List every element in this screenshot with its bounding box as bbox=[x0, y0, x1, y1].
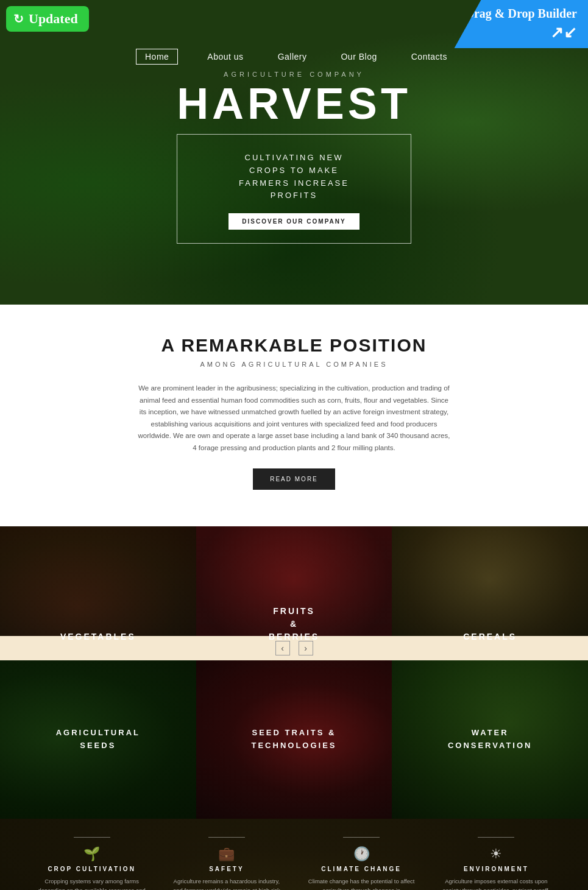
crop-icon: 🌱 bbox=[83, 847, 100, 861]
feat-line-2 bbox=[208, 837, 245, 838]
panel-seeds[interactable]: AGRICULTURALSEEDS bbox=[0, 660, 196, 819]
cereal-label: CEREALS bbox=[463, 630, 517, 660]
nav-contacts[interactable]: Contacts bbox=[406, 49, 452, 64]
dark-panels-section: AGRICULTURALSEEDS SEED TRAITS &TECHNOLOG… bbox=[0, 660, 588, 819]
feature-climate: 🕐 CLIMATE CHANGE Climate change has the … bbox=[306, 837, 416, 890]
fruit-label: FRUITS&BERRIES bbox=[269, 605, 319, 660]
dnd-arrow-icon: ↗↙ bbox=[465, 23, 577, 42]
climate-icon: 🕐 bbox=[353, 847, 370, 861]
feat-line-4 bbox=[478, 837, 514, 838]
panel-seed-traits[interactable]: SEED TRAITS &TECHNOLOGIES bbox=[196, 660, 392, 819]
crop-name: CROP CULTIVATION bbox=[48, 866, 135, 872]
feature-crop: 🌱 CROP CULTIVATION Cropping systems vary… bbox=[37, 837, 147, 890]
nav-about[interactable]: About us bbox=[202, 49, 248, 64]
safety-desc: Agriculture remains a hazardous industry… bbox=[172, 877, 282, 890]
seeds-label: AGRICULTURALSEEDS bbox=[56, 727, 140, 752]
updated-label: Updated bbox=[29, 11, 78, 27]
feat-line-3 bbox=[343, 837, 380, 838]
hero-tagline: CULTIVATING NEWCROPS TO MAKEFARMERS INCR… bbox=[202, 152, 386, 202]
hero-title: HARVEST bbox=[177, 82, 411, 125]
crop-desc: Cropping systems vary among farms depend… bbox=[37, 877, 147, 890]
climate-desc: Climate change has the potential to affe… bbox=[306, 877, 416, 890]
feature-environment: ☀ ENVIRONMENT Agriculture imposes extern… bbox=[441, 837, 551, 890]
refresh-icon: ↻ bbox=[13, 12, 24, 26]
remarkable-body: We are prominent leader in the agribusin… bbox=[136, 383, 453, 454]
nav-home[interactable]: Home bbox=[136, 49, 178, 65]
remarkable-title: A REMARKABLE POSITION bbox=[73, 335, 515, 356]
climate-name: CLIMATE CHANGE bbox=[321, 866, 402, 872]
panel-water[interactable]: WATERCONSERVATION bbox=[392, 660, 588, 819]
environment-desc: Agriculture imposes external costs upon … bbox=[441, 877, 551, 890]
read-more-button[interactable]: READ MORE bbox=[253, 468, 335, 490]
veg-label: VEGETABLES bbox=[60, 630, 136, 660]
main-nav: Home About us Gallery Our Blog Contacts bbox=[136, 49, 452, 65]
safety-icon: 💼 bbox=[218, 847, 235, 861]
features-section: 🌱 CROP CULTIVATION Cropping systems vary… bbox=[0, 819, 588, 890]
nav-blog[interactable]: Our Blog bbox=[336, 49, 381, 64]
safety-name: SAFETY bbox=[209, 866, 244, 872]
environment-icon: ☀ bbox=[490, 847, 502, 861]
environment-name: ENVIRONMENT bbox=[464, 866, 529, 872]
hero-content: Agriculture Company HARVEST CULTIVATING … bbox=[177, 71, 411, 244]
dnd-line2: Builder bbox=[538, 7, 577, 20]
feature-safety: 💼 SAFETY Agriculture remains a hazardous… bbox=[172, 837, 282, 890]
hero-subtitle: Agriculture Company bbox=[177, 71, 411, 78]
remarkable-subtitle: AMONG AGRICULTURAL COMPANIES bbox=[73, 361, 515, 368]
updated-badge: ↻ Updated bbox=[6, 6, 89, 32]
feat-line-1 bbox=[74, 837, 110, 838]
nav-gallery[interactable]: Gallery bbox=[273, 49, 312, 64]
categories-section: VEGETABLES FRUITS&BERRIES CEREALS ‹ › bbox=[0, 526, 588, 660]
seed-traits-label: SEED TRAITS &TECHNOLOGIES bbox=[252, 727, 337, 752]
discover-button[interactable]: DISCOVER OUR COMPANY bbox=[228, 213, 359, 230]
remarkable-section: A REMARKABLE POSITION AMONG AGRICULTURAL… bbox=[0, 305, 588, 526]
water-label: WATERCONSERVATION bbox=[448, 727, 533, 752]
hero-tagline-box: CULTIVATING NEWCROPS TO MAKEFARMERS INCR… bbox=[177, 134, 411, 244]
